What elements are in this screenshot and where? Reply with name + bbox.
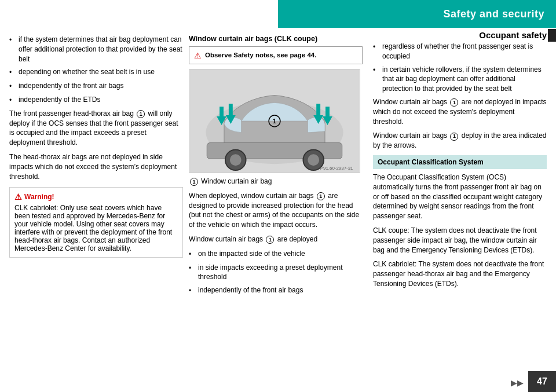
right-para1-text: Window curtain air bags 1 are not deploy…	[373, 98, 546, 126]
bullet-icon-4: •	[9, 96, 16, 105]
svg-text:1: 1	[273, 118, 276, 124]
bullet-icon-1: •	[9, 35, 16, 45]
header-title: Safety and security	[443, 8, 544, 20]
left-para2: The head-thorax air bags are not deploye…	[9, 152, 183, 181]
mid-para2: Window curtain air bags 1 are deployed	[189, 235, 363, 244]
section-marker	[548, 29, 556, 42]
right-para2: Window curtain air bags 1 deploy in the …	[373, 131, 547, 151]
mid-section-heading: Window curtain air bags (CLK coupe)	[189, 35, 363, 43]
nav-arrows-text: ▶▶	[511, 378, 524, 387]
occupant-safety-heading: Occupant safety	[479, 30, 547, 40]
mid-caption: 1 Window curtain air bag	[189, 177, 363, 186]
right-bullet-2: • in certain vehicle rollovers, if the s…	[373, 65, 547, 94]
bullet-text-2: depending on whether the seat belt is in…	[19, 67, 155, 77]
ocs-para1-text: The Occupant Classification System (OCS)…	[373, 173, 542, 220]
right-column: • regardless of whether the front passen…	[373, 42, 547, 294]
mid-para1-text: When deployed, window curtain air bags 1…	[189, 192, 359, 229]
car-svg: 1 P91.60-2937-31	[189, 69, 360, 173]
car-image: 1 P91.60-2937-31	[189, 69, 360, 173]
ocs-para2: CLK coupe: The system does not deactivat…	[373, 226, 547, 255]
mid-bullet-icon-2: •	[189, 263, 196, 273]
right-bullet-text-1: regardless of whether the front passenge…	[382, 42, 547, 61]
header: Safety and security	[278, 0, 556, 28]
circle-num-r1: 1	[450, 98, 458, 107]
right-bullet-icon-1: •	[373, 42, 380, 52]
right-bullet-text-2: in certain vehicle rollovers, if the sys…	[382, 65, 547, 94]
ocs-para2-text: CLK coupe: The system does not deactivat…	[373, 226, 537, 254]
bullet-item-2: • depending on whether the seat belt is …	[9, 67, 183, 78]
left-para1: The front passenger head-thorax air bag …	[9, 109, 183, 148]
ocs-heading: Occupant Classification System	[378, 158, 484, 166]
warning-box: ⚠ Warning! CLK cabriolet: Only use seat …	[9, 187, 183, 258]
ocs-para3-text: CLK cabriolet: The system does not deact…	[373, 260, 544, 288]
bullet-text-4: independently of the ETDs	[19, 95, 100, 105]
bullet-icon-2: •	[9, 68, 16, 78]
warning-label: Warning!	[24, 193, 54, 201]
bullet-item-3: • independently of the front air bags	[9, 81, 183, 91]
warning-triangle-icon: ⚠	[14, 192, 22, 202]
mid-bullet-text-3: independently of the front air bags	[198, 285, 303, 295]
mid-bullet-3: • independently of the front air bags	[189, 285, 363, 296]
bullet-item-1: • if the system determines that air bag …	[9, 35, 183, 64]
svg-point-6	[308, 154, 319, 166]
mid-para1: When deployed, window curtain air bags 1…	[189, 191, 363, 230]
mid-bullet-icon-1: •	[189, 250, 196, 259]
ocs-para3: CLK cabriolet: The system does not deact…	[373, 259, 547, 288]
mid-bullet-text-1: on the impacted side of the vehicle	[198, 249, 305, 259]
circle-num-r2: 1	[450, 133, 458, 141]
observe-triangle-icon: ⚠	[194, 51, 202, 60]
circle-num-1: 1	[137, 110, 145, 118]
left-column: • if the system determines that air bag …	[9, 35, 183, 258]
warning-text: CLK cabriolet: Only use seat covers whic…	[14, 204, 178, 252]
ocs-box: Occupant Classification System	[373, 155, 547, 169]
mid-bullet-icon-3: •	[189, 286, 196, 296]
right-bullet-icon-2: •	[373, 65, 380, 75]
left-para2-text: The head-thorax air bags are not deploye…	[9, 153, 177, 181]
observe-text: Observe Safety notes, see page 44.	[205, 50, 316, 60]
mid-bullet-1: • on the impacted side of the vehicle	[189, 249, 363, 259]
mid-bullet-text-2: in side impacts exceeding a preset deplo…	[198, 263, 363, 283]
circle-num-mid: 1	[190, 178, 198, 186]
nav-arrows: ▶▶	[511, 378, 524, 387]
mid-caption-text: Window curtain air bag	[201, 177, 272, 185]
svg-text:P91.60-2937-31: P91.60-2937-31	[320, 166, 353, 171]
ocs-para1: The Occupant Classification System (OCS)…	[373, 173, 547, 221]
left-para1-text: The front passenger head-thorax air bag …	[9, 109, 178, 146]
mid-column: Window curtain air bags (CLK coupe) ⚠ Ob…	[189, 35, 363, 299]
warning-title: ⚠ Warning!	[14, 192, 178, 202]
mid-para2-text: Window curtain air bags 1 are deployed	[189, 235, 317, 243]
bullet-text-1: if the system determines that air bag de…	[19, 35, 183, 64]
circle-num-mid2: 1	[317, 192, 325, 200]
right-para2-text: Window curtain air bags 1 deploy in the …	[373, 131, 547, 149]
right-bullet-1: • regardless of whether the front passen…	[373, 42, 547, 61]
bullet-icon-3: •	[9, 82, 16, 91]
observe-box: ⚠ Observe Safety notes, see page 44.	[189, 46, 363, 64]
circle-num-mid3: 1	[266, 236, 274, 244]
bullet-text-3: independently of the front air bags	[19, 81, 123, 91]
svg-point-4	[230, 154, 242, 166]
right-para1: Window curtain air bags 1 are not deploy…	[373, 97, 547, 126]
bullet-item-4: • independently of the ETDs	[9, 95, 183, 105]
page-number-box: 47	[528, 371, 556, 392]
mid-bullet-2: • in side impacts exceeding a preset dep…	[189, 263, 363, 283]
page-number: 47	[537, 376, 547, 387]
